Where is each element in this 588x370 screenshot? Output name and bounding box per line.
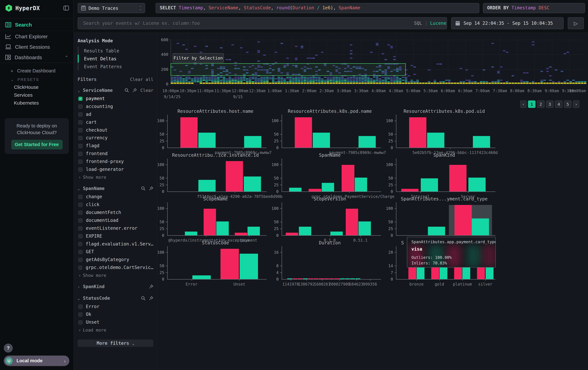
- bar-green[interactable]: [427, 133, 444, 148]
- page-button-5[interactable]: 5: [564, 100, 572, 108]
- bar-green[interactable]: [322, 183, 334, 191]
- run-query-button[interactable]: ▷: [568, 17, 584, 29]
- filter-item-accounting[interactable]: accounting: [78, 103, 153, 110]
- filter-checkbox[interactable]: [78, 128, 83, 132]
- events-heatmap[interactable]: [171, 38, 587, 85]
- filter-group-header-statuscode[interactable]: ⌄StatusCode: [78, 295, 153, 302]
- filter-item-ad[interactable]: ad: [78, 111, 153, 117]
- filter-checkbox[interactable]: [78, 112, 83, 117]
- sidebar-item-clickhouse[interactable]: ClickHouse: [0, 83, 74, 91]
- bar-green[interactable]: [473, 136, 490, 148]
- analysis-mode-results-table[interactable]: Results Table: [78, 47, 153, 55]
- bar-pink[interactable]: [286, 233, 298, 235]
- filter-checkbox[interactable]: [78, 160, 83, 164]
- search-icon[interactable]: [141, 186, 146, 191]
- bar-green[interactable]: [469, 178, 486, 191]
- bar-green[interactable]: [289, 188, 302, 191]
- sql-toggle[interactable]: SQL: [414, 20, 422, 26]
- bar-green[interactable]: [193, 275, 211, 279]
- page-button-1[interactable]: 1: [528, 100, 536, 108]
- previous-page-button[interactable]: ‹: [520, 100, 526, 108]
- sidebar-item-dashboards[interactable]: Dashboards ⌃: [0, 52, 74, 63]
- bar-pink[interactable]: [454, 205, 472, 235]
- filter-item-error[interactable]: Error: [78, 304, 153, 310]
- bar-green[interactable]: [299, 227, 311, 235]
- bar-green[interactable]: [421, 179, 438, 191]
- pin-icon[interactable]: [149, 296, 153, 300]
- bar-pink[interactable]: [226, 161, 243, 191]
- filter-item-checkout[interactable]: checkout: [78, 127, 153, 133]
- bar-pink[interactable]: [477, 268, 485, 279]
- filter-checkbox[interactable]: [78, 242, 82, 246]
- search-icon[interactable]: [125, 88, 129, 92]
- order-by-editor[interactable]: ORDER BY Timestamp DESC: [483, 3, 585, 13]
- collapse-sidebar-icon[interactable]: [63, 6, 69, 10]
- bar-green[interactable]: [356, 278, 360, 279]
- filter-item-flagd-evaluation-v1-serv-[interactable]: flagd.evaluation.v1.Serv…: [78, 241, 153, 247]
- bar-green[interactable]: [358, 221, 371, 235]
- filter-checkbox[interactable]: [78, 218, 83, 222]
- filter-item-expire[interactable]: EXPIRE: [78, 233, 153, 239]
- filter-item-payment[interactable]: ✓payment: [78, 96, 153, 101]
- bar-pink[interactable]: [298, 278, 303, 279]
- presets-toggle[interactable]: ⌄ PRESETS: [0, 76, 74, 83]
- bar-pink[interactable]: [346, 209, 358, 235]
- bar-green[interactable]: [485, 267, 493, 279]
- bar-pink[interactable]: [454, 268, 462, 279]
- bar-green[interactable]: [440, 267, 447, 279]
- bar-green[interactable]: [287, 278, 292, 279]
- filter-item-ok[interactable]: Ok: [78, 311, 153, 317]
- bar-pink[interactable]: [295, 117, 312, 148]
- filter-checkbox[interactable]: [78, 304, 83, 309]
- search-input[interactable]: [78, 17, 447, 29]
- bar-green[interactable]: [358, 136, 376, 148]
- analysis-mode-event-deltas[interactable]: Event Deltas: [78, 55, 153, 63]
- clear-filter-button[interactable]: Clear: [140, 88, 153, 93]
- filter-checkbox[interactable]: [78, 195, 83, 199]
- date-range-picker[interactable]: Sep 14 22:04:35 - Sep 15 10:04:35: [451, 17, 564, 29]
- sidebar-item-search[interactable]: Search: [0, 18, 74, 31]
- bar-green[interactable]: [185, 231, 197, 235]
- bar-green[interactable]: [350, 278, 355, 279]
- filter-checkbox[interactable]: [78, 120, 83, 124]
- filter-item-get[interactable]: GET: [78, 249, 153, 255]
- bar-green[interactable]: [462, 267, 471, 279]
- filter-checkbox[interactable]: [78, 226, 83, 230]
- clear-all-button[interactable]: Clear all: [130, 77, 153, 82]
- bar-green[interactable]: [247, 227, 260, 235]
- filter-checkbox[interactable]: [78, 312, 83, 316]
- filter-item-documentload[interactable]: documentLoad: [78, 217, 153, 223]
- filter-group-header-servicename[interactable]: ⌄ServiceNameClear: [78, 87, 153, 94]
- filter-item-grpc-oteldemo-cartservic-[interactable]: grpc.oteldemo.CartServic…: [78, 264, 153, 270]
- filter-checkbox[interactable]: ✓: [78, 97, 83, 101]
- language-toggle[interactable]: SQL | Lucene: [414, 20, 446, 27]
- pin-icon[interactable]: [133, 88, 137, 92]
- filter-checkbox[interactable]: [78, 210, 83, 215]
- filter-item-eventlistener-error[interactable]: eventListener.error: [78, 225, 153, 231]
- filter-item-load-generator[interactable]: load-generator: [78, 166, 153, 172]
- bar-pink[interactable]: [308, 278, 313, 279]
- bar-green[interactable]: [313, 133, 330, 148]
- sidebar-item-services[interactable]: Services: [0, 91, 74, 99]
- filter-checkbox[interactable]: [78, 104, 83, 109]
- heatmap-selection[interactable]: [171, 63, 406, 76]
- bar-green[interactable]: [417, 267, 425, 279]
- bar-pink[interactable]: [309, 189, 321, 191]
- filter-checkbox[interactable]: [78, 258, 83, 262]
- sidebar-item-chart-explorer[interactable]: Chart Explorer: [0, 31, 74, 41]
- get-started-button[interactable]: Get Started for Free: [11, 140, 63, 150]
- show-more-button[interactable]: ›Show more: [78, 272, 153, 278]
- lucene-toggle[interactable]: Lucene: [430, 20, 446, 26]
- filter-checkbox[interactable]: [78, 151, 83, 156]
- filter-checkbox[interactable]: [78, 144, 83, 148]
- bar-pink[interactable]: [409, 117, 426, 148]
- sql-select-editor[interactable]: SELECT Timestamp, ServiceName, StatusCod…: [156, 3, 479, 13]
- filter-checkbox[interactable]: [78, 136, 83, 140]
- bar-green[interactable]: [345, 279, 350, 279]
- bar-pink[interactable]: [220, 249, 239, 279]
- bar-pink[interactable]: [401, 189, 419, 191]
- show-more-button[interactable]: ›Load more: [78, 327, 153, 333]
- page-button-3[interactable]: 3: [546, 100, 554, 108]
- filter-item-frontend-proxy[interactable]: frontend-proxy: [78, 159, 153, 164]
- page-button-4[interactable]: 4: [555, 100, 563, 108]
